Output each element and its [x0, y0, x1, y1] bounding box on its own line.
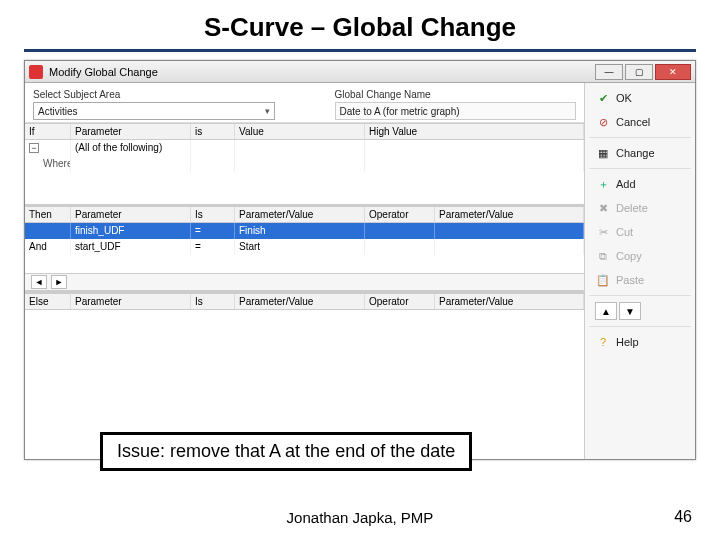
- add-label: Add: [616, 178, 636, 190]
- where-label: Where: [25, 156, 71, 172]
- paste-label: Paste: [616, 274, 644, 286]
- cancel-label: Cancel: [616, 116, 650, 128]
- cut-icon: ✂: [596, 225, 610, 239]
- ok-button[interactable]: ✔ OK: [589, 87, 691, 109]
- footer-author: Jonathan Japka, PMP: [0, 509, 720, 526]
- if-header-highvalue: High Value: [365, 124, 584, 139]
- minimize-button[interactable]: —: [595, 64, 623, 80]
- if-summary-text: (All of the following): [71, 140, 191, 156]
- and-label: And: [25, 239, 71, 255]
- help-icon: ?: [596, 335, 610, 349]
- then-row2-pv: Start: [235, 239, 365, 255]
- if-summary-row[interactable]: − (All of the following): [25, 140, 584, 156]
- then-toolbar: ◄ ►: [25, 273, 584, 291]
- title-rule: [24, 49, 696, 52]
- then-row2-pv2: [435, 239, 584, 255]
- then-header-parameter: Parameter: [71, 207, 191, 222]
- if-grid: If Parameter is Value High Value − (All …: [25, 123, 584, 204]
- if-header-value: Value: [235, 124, 365, 139]
- move-right-button[interactable]: ►: [51, 275, 67, 289]
- slide-title: S-Curve – Global Change: [24, 12, 696, 43]
- delete-button[interactable]: ✖ Delete: [589, 197, 691, 219]
- delete-label: Delete: [616, 202, 648, 214]
- else-header-op: Operator: [365, 294, 435, 309]
- change-label: Change: [616, 147, 655, 159]
- then-row-1[interactable]: finish_UDF = Finish: [25, 223, 584, 239]
- then-header-pv: Parameter/Value: [235, 207, 365, 222]
- cut-button[interactable]: ✂ Cut: [589, 221, 691, 243]
- help-button[interactable]: ? Help: [589, 331, 691, 353]
- app-icon: [29, 65, 43, 79]
- page-number: 46: [674, 508, 692, 526]
- if-header-label: If: [25, 124, 71, 139]
- else-header-parameter: Parameter: [71, 294, 191, 309]
- copy-button[interactable]: ⧉ Copy: [589, 245, 691, 267]
- issue-callout: Issue: remove that A at the end of the d…: [100, 432, 472, 471]
- global-change-name-value: Date to A (for metric graph): [340, 106, 460, 117]
- cancel-button[interactable]: ⊘ Cancel: [589, 111, 691, 133]
- then-row1-pv2: [435, 223, 584, 239]
- else-header-pv2: Parameter/Value: [435, 294, 584, 309]
- then-row-2[interactable]: And start_UDF = Start: [25, 239, 584, 255]
- else-header-is: Is: [191, 294, 235, 309]
- paste-icon: 📋: [596, 273, 610, 287]
- cut-label: Cut: [616, 226, 633, 238]
- delete-icon: ✖: [596, 201, 610, 215]
- if-header-parameter: Parameter: [71, 124, 191, 139]
- copy-icon: ⧉: [596, 249, 610, 263]
- then-header-pv2: Parameter/Value: [435, 207, 584, 222]
- move-left-button[interactable]: ◄: [31, 275, 47, 289]
- then-row2-op: [365, 239, 435, 255]
- help-label: Help: [616, 336, 639, 348]
- maximize-button[interactable]: ▢: [625, 64, 653, 80]
- then-header-op: Operator: [365, 207, 435, 222]
- reorder-group: ▲ ▼: [589, 300, 691, 322]
- else-grid: Else Parameter Is Parameter/Value Operat…: [25, 293, 584, 370]
- then-row1-is: =: [191, 223, 235, 239]
- plus-icon: ＋: [596, 177, 610, 191]
- global-change-name-field[interactable]: Date to A (for metric graph): [335, 102, 577, 120]
- then-header-label: Then: [25, 207, 71, 222]
- side-pane: ✔ OK ⊘ Cancel ▦ Change ＋ Add ✖: [585, 83, 695, 459]
- copy-label: Copy: [616, 250, 642, 262]
- move-up-button[interactable]: ▲: [595, 302, 617, 320]
- else-header-label: Else: [25, 294, 71, 309]
- change-button[interactable]: ▦ Change: [589, 142, 691, 164]
- subject-area-label: Select Subject Area: [33, 89, 275, 100]
- window-titlebar: Modify Global Change — ▢ ✕: [25, 61, 695, 83]
- subject-area-combo[interactable]: Activities: [33, 102, 275, 120]
- if-where-row[interactable]: Where: [25, 156, 584, 172]
- change-icon: ▦: [596, 146, 610, 160]
- paste-button[interactable]: 📋 Paste: [589, 269, 691, 291]
- subject-area-value: Activities: [38, 106, 77, 117]
- then-grid: Then Parameter Is Parameter/Value Operat…: [25, 206, 584, 273]
- if-header-is: is: [191, 124, 235, 139]
- then-row2-param: start_UDF: [71, 239, 191, 255]
- main-pane: Select Subject Area Activities Global Ch…: [25, 83, 585, 459]
- else-header-pv: Parameter/Value: [235, 294, 365, 309]
- check-icon: ✔: [596, 91, 610, 105]
- then-header-is: Is: [191, 207, 235, 222]
- app-window: Modify Global Change — ▢ ✕ Select Subjec…: [24, 60, 696, 460]
- then-row1-op: [365, 223, 435, 239]
- window-title: Modify Global Change: [49, 66, 158, 78]
- then-row1-pv: Finish: [235, 223, 365, 239]
- then-row2-is: =: [191, 239, 235, 255]
- collapse-icon[interactable]: −: [29, 143, 39, 153]
- global-change-name-label: Global Change Name: [335, 89, 577, 100]
- ok-label: OK: [616, 92, 632, 104]
- then-row1-param: finish_UDF: [71, 223, 191, 239]
- add-button[interactable]: ＋ Add: [589, 173, 691, 195]
- move-down-button[interactable]: ▼: [619, 302, 641, 320]
- close-button[interactable]: ✕: [655, 64, 691, 80]
- cancel-icon: ⊘: [596, 115, 610, 129]
